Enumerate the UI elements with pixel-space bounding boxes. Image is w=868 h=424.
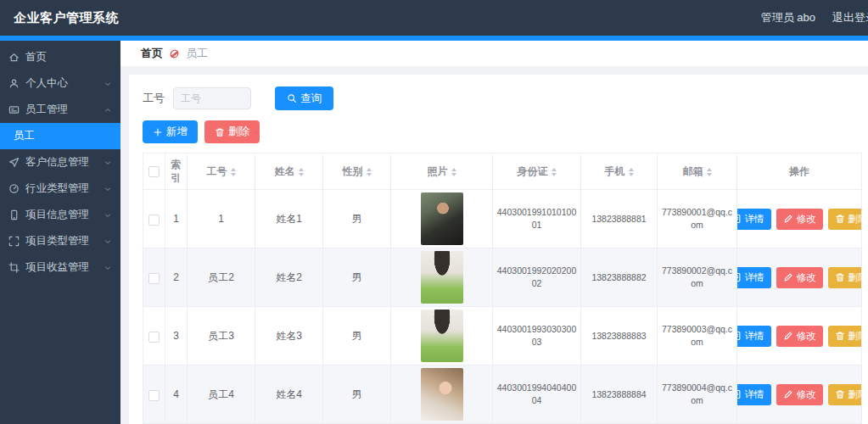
- edit-button[interactable]: 修改: [776, 209, 823, 230]
- row-checkbox[interactable]: [148, 273, 160, 284]
- table-row: 4 员工4 姓名4 男 440300199404040004 138238888…: [143, 365, 862, 424]
- sidebar-item-label: 行业类型管理: [25, 181, 89, 196]
- chevron-down-icon: [104, 159, 112, 167]
- sidebar-item-personal-center[interactable]: 个人中心: [0, 70, 120, 97]
- sidebar-item-project-type[interactable]: 项目类型管理: [0, 228, 120, 254]
- table-header-row: 索引 工号 姓名 性别 照片 身份证 手机 邮箱 操作: [143, 153, 862, 190]
- query-button[interactable]: 查询: [275, 86, 333, 110]
- cell-gender: 男: [323, 307, 391, 365]
- chevron-down-icon: [104, 80, 112, 88]
- row-checkbox[interactable]: [148, 390, 160, 401]
- cell-job-no: 员工3: [188, 307, 255, 365]
- header-id-card[interactable]: 身份证: [493, 153, 581, 190]
- cell-phone: 13823888884: [581, 365, 658, 424]
- select-all-checkbox[interactable]: [148, 166, 160, 177]
- header-phone[interactable]: 手机: [581, 153, 658, 190]
- sidebar: 首页 个人中心 员工管理 员工 客户信息管理 行业类型管理 项目信息管理: [0, 41, 120, 424]
- logout-link[interactable]: 退出登录: [832, 10, 868, 25]
- cell-email: 773890002@qq.com: [658, 248, 737, 307]
- employee-photo: [421, 192, 463, 245]
- bulk-delete-button[interactable]: 删除: [204, 120, 260, 143]
- edit-button[interactable]: 修改: [776, 326, 823, 347]
- header-name[interactable]: 姓名: [255, 153, 323, 190]
- edit-button[interactable]: 修改: [776, 267, 823, 288]
- cell-id-card: 440300199101010001: [493, 190, 581, 248]
- document-icon: [737, 214, 742, 224]
- sidebar-item-employee-management[interactable]: 员工管理: [0, 97, 120, 123]
- search-form: 工号 查询: [143, 86, 854, 110]
- sidebar-item-label: 项目收益管理: [25, 260, 89, 275]
- breadcrumb-home[interactable]: 首页: [141, 46, 163, 61]
- employee-photo: [421, 251, 463, 304]
- employee-photo: [421, 368, 463, 421]
- pencil-icon: [783, 272, 793, 282]
- detail-button[interactable]: 详情: [737, 267, 771, 288]
- detail-button[interactable]: 详情: [737, 384, 771, 405]
- cell-email: 773890003@qq.com: [658, 307, 737, 365]
- delete-button[interactable]: 删除: [828, 326, 862, 347]
- current-user-label[interactable]: 管理员 abo: [761, 10, 815, 25]
- job-no-input[interactable]: [173, 87, 251, 109]
- cell-index: 3: [165, 307, 188, 365]
- sort-icon: [231, 168, 236, 176]
- crop-icon: [8, 262, 20, 273]
- sidebar-item-employee[interactable]: 员工: [0, 123, 120, 149]
- delete-button[interactable]: 删除: [828, 209, 862, 230]
- device-icon: [8, 209, 20, 220]
- sidebar-item-home[interactable]: 首页: [0, 44, 120, 70]
- trash-icon: [835, 331, 845, 341]
- add-button[interactable]: 新增: [143, 120, 198, 143]
- chevron-down-icon: [104, 264, 112, 272]
- cell-index: 2: [165, 248, 188, 307]
- trash-icon: [835, 272, 845, 282]
- trash-icon: [215, 127, 225, 137]
- sidebar-item-project-revenue[interactable]: 项目收益管理: [0, 254, 120, 281]
- job-no-label: 工号: [143, 91, 165, 106]
- chevron-down-icon: [104, 211, 112, 220]
- header-gender[interactable]: 性别: [323, 153, 391, 190]
- employee-table: 索引 工号 姓名 性别 照片 身份证 手机 邮箱 操作 1 1 姓名1 男 44…: [143, 153, 862, 424]
- sort-icon: [707, 168, 712, 176]
- table-row: 1 1 姓名1 男 440300199101010001 13823888881…: [143, 190, 862, 248]
- navbar-right: 管理员 abo 退出登录: [761, 10, 868, 25]
- breadcrumb: 首页 员工: [120, 41, 868, 66]
- detail-button[interactable]: 详情: [737, 326, 771, 347]
- cell-id-card: 440300199404040004: [493, 365, 581, 424]
- row-checkbox[interactable]: [148, 215, 160, 226]
- table-row: 2 员工2 姓名2 男 440300199202020002 138238888…: [143, 248, 862, 307]
- app-title: 企业客户管理系统: [14, 10, 119, 26]
- table-toolbar: 新增 删除: [143, 120, 854, 143]
- sidebar-item-customer-info[interactable]: 客户信息管理: [0, 149, 120, 176]
- cell-phone: 13823888882: [581, 248, 658, 307]
- detail-button[interactable]: 详情: [737, 209, 771, 230]
- cell-phone: 13823888881: [581, 190, 658, 248]
- sidebar-item-label: 首页: [25, 50, 47, 64]
- user-icon: [8, 78, 20, 89]
- sidebar-item-industry-type[interactable]: 行业类型管理: [0, 176, 120, 202]
- header-email[interactable]: 邮箱: [658, 153, 737, 190]
- sidebar-item-label: 客户信息管理: [25, 155, 89, 170]
- search-icon: [287, 93, 297, 103]
- main-area: 首页 员工 工号 查询 新增 删除: [120, 41, 868, 424]
- gauge-icon: [8, 183, 20, 194]
- document-icon: [737, 272, 742, 282]
- sidebar-item-project-info[interactable]: 项目信息管理: [0, 202, 120, 228]
- sort-icon: [451, 168, 456, 176]
- chevron-up-icon: [104, 106, 112, 114]
- cell-job-no: 员工2: [188, 248, 255, 307]
- cell-job-no: 1: [188, 190, 255, 248]
- edit-button[interactable]: 修改: [776, 384, 823, 405]
- pencil-icon: [783, 331, 793, 341]
- header-job-no[interactable]: 工号: [188, 153, 255, 190]
- delete-button[interactable]: 删除: [828, 384, 862, 405]
- sidebar-item-label: 个人中心: [25, 76, 68, 91]
- content-card: 工号 查询 新增 删除: [129, 75, 868, 424]
- cell-gender: 男: [323, 365, 391, 424]
- cell-email: 773890004@qq.com: [658, 365, 737, 424]
- row-checkbox[interactable]: [148, 332, 160, 343]
- pencil-icon: [783, 389, 793, 399]
- header-select-all: [143, 153, 165, 190]
- header-photo[interactable]: 照片: [391, 153, 493, 190]
- delete-button[interactable]: 删除: [828, 267, 862, 288]
- document-icon: [737, 389, 742, 399]
